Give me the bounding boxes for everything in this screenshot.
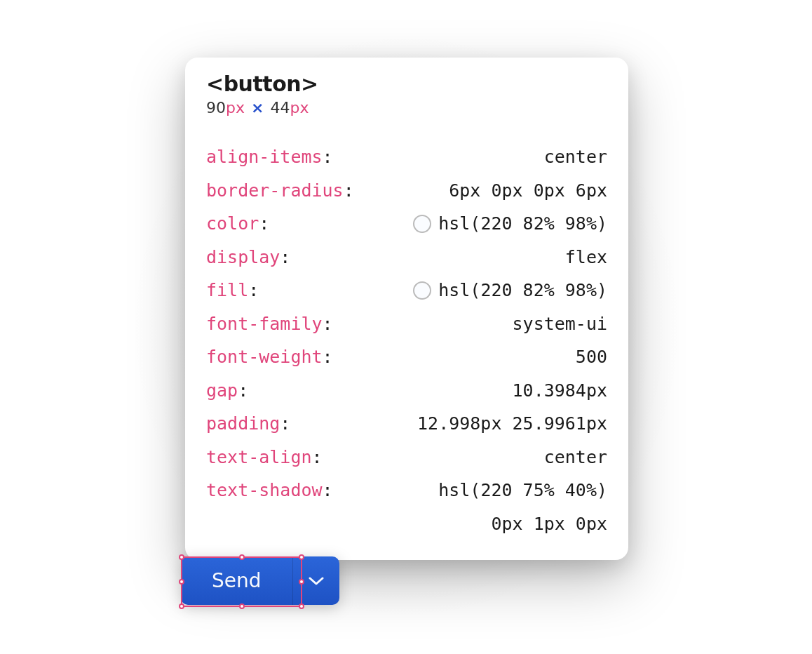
width-value: 90	[206, 99, 226, 116]
color-swatch-icon	[413, 215, 431, 233]
prop-value: hsl(220 82% 98%)	[413, 207, 607, 241]
prop-name: fill	[206, 274, 259, 307]
height-value: 44	[270, 99, 290, 116]
prop-value: center	[544, 140, 607, 174]
dimension-separator: ×	[251, 99, 264, 116]
prop-name: text-align	[206, 441, 323, 474]
prop-value: 10.3984px	[513, 374, 607, 408]
prop-value: 6px 0px 0px 6px	[449, 174, 607, 208]
color-swatch-icon	[413, 281, 431, 300]
prop-row: gap 10.3984px	[206, 374, 607, 408]
prop-row: padding 12.998px 25.9961px	[206, 407, 607, 441]
prop-row: color hsl(220 82% 98%)	[206, 207, 607, 241]
prop-name: border-radius	[206, 174, 354, 208]
prop-name: font-weight	[206, 340, 333, 374]
dropdown-button[interactable]	[292, 556, 339, 605]
prop-row: border-radius 6px 0px 0px 6px	[206, 174, 607, 208]
height-unit: px	[290, 99, 309, 116]
prop-value: center	[544, 441, 607, 474]
prop-row: font-weight 500	[206, 340, 607, 374]
prop-value: hsl(220 75% 40%) 0px 1px 0px	[438, 474, 607, 540]
prop-row: text-shadow hsl(220 75% 40%) 0px 1px 0px	[206, 474, 607, 540]
prop-name: gap	[206, 374, 248, 408]
properties-list: align-items center border-radius 6px 0px…	[206, 140, 607, 540]
send-button[interactable]: Send	[181, 556, 292, 605]
chevron-down-icon	[309, 576, 324, 586]
prop-value-text: hsl(220 82% 98%)	[438, 274, 607, 307]
send-button-label: Send	[212, 569, 262, 592]
prop-name: display	[206, 241, 290, 274]
element-tag: <button>	[206, 72, 607, 96]
prop-name: align-items	[206, 140, 333, 174]
prop-value: 12.998px 25.9961px	[417, 407, 607, 441]
prop-value: hsl(220 82% 98%)	[413, 274, 607, 307]
prop-value-line1: hsl(220 75% 40%)	[438, 474, 607, 507]
prop-row: fill hsl(220 82% 98%)	[206, 274, 607, 307]
prop-value: system-ui	[513, 307, 607, 341]
prop-name: text-shadow	[206, 474, 333, 507]
prop-row: font-family system-ui	[206, 307, 607, 341]
width-unit: px	[226, 99, 245, 116]
prop-row: align-items center	[206, 140, 607, 174]
prop-row: display flex	[206, 241, 607, 274]
element-dimensions: 90px × 44px	[206, 99, 607, 116]
prop-name: font-family	[206, 307, 333, 341]
prop-value: 500	[576, 340, 607, 374]
prop-name: color	[206, 207, 269, 241]
prop-row: text-align center	[206, 441, 607, 474]
prop-value: flex	[565, 241, 607, 274]
prop-name: padding	[206, 407, 290, 441]
prop-value-text: hsl(220 82% 98%)	[438, 207, 607, 241]
button-group: Send	[181, 556, 339, 605]
inspector-tooltip: <button> 90px × 44px align-items center …	[185, 58, 628, 560]
prop-value-line2: 0px 1px 0px	[491, 507, 607, 541]
